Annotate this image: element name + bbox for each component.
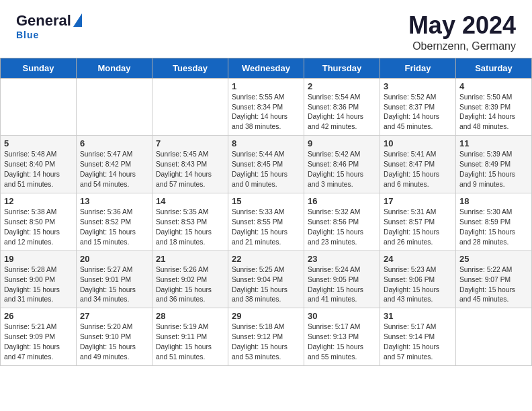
day-info: Sunrise: 5:23 AMSunset: 9:06 PMDaylight:… — [384, 266, 439, 304]
calendar-table: Sunday Monday Tuesday Wednesday Thursday… — [0, 58, 532, 366]
day-number: 30 — [308, 311, 376, 321]
day-info: Sunrise: 5:20 AMSunset: 9:10 PMDaylight:… — [80, 323, 136, 361]
day-info: Sunrise: 5:27 AMSunset: 9:01 PMDaylight:… — [80, 266, 136, 304]
day-number: 17 — [384, 196, 452, 206]
col-tuesday: Tuesday — [152, 58, 228, 78]
col-monday: Monday — [77, 58, 152, 78]
table-row: 22Sunrise: 5:25 AMSunset: 9:04 PMDayligh… — [228, 250, 304, 308]
day-number: 14 — [156, 196, 224, 206]
day-number: 27 — [80, 311, 148, 321]
table-row: 4Sunrise: 5:50 AMSunset: 8:39 PMDaylight… — [456, 78, 532, 136]
calendar-header-row: Sunday Monday Tuesday Wednesday Thursday… — [1, 58, 532, 78]
day-info: Sunrise: 5:18 AMSunset: 9:12 PMDaylight:… — [232, 323, 287, 361]
table-row: 20Sunrise: 5:27 AMSunset: 9:01 PMDayligh… — [77, 250, 152, 308]
table-row: 14Sunrise: 5:35 AMSunset: 8:53 PMDayligh… — [152, 193, 228, 250]
day-info: Sunrise: 5:36 AMSunset: 8:52 PMDaylight:… — [80, 208, 136, 246]
table-row: 29Sunrise: 5:18 AMSunset: 9:12 PMDayligh… — [228, 308, 304, 366]
day-number: 1 — [232, 81, 300, 91]
day-number: 19 — [4, 254, 73, 264]
day-number: 23 — [308, 254, 376, 264]
col-friday: Friday — [380, 58, 456, 78]
day-info: Sunrise: 5:28 AMSunset: 9:00 PMDaylight:… — [4, 266, 60, 304]
day-number: 7 — [156, 138, 224, 148]
table-row: 27Sunrise: 5:20 AMSunset: 9:10 PMDayligh… — [77, 308, 152, 366]
table-row: 23Sunrise: 5:24 AMSunset: 9:05 PMDayligh… — [304, 250, 380, 308]
table-row: 15Sunrise: 5:33 AMSunset: 8:55 PMDayligh… — [228, 193, 304, 250]
day-info: Sunrise: 5:17 AMSunset: 9:14 PMDaylight:… — [384, 323, 439, 361]
calendar-week-row: 12Sunrise: 5:38 AMSunset: 8:50 PMDayligh… — [1, 193, 532, 250]
day-number: 24 — [384, 254, 452, 264]
day-info: Sunrise: 5:55 AMSunset: 8:34 PMDaylight:… — [232, 93, 287, 131]
header: General Blue May 2024 Obernzenn, Germany — [0, 0, 532, 58]
day-info: Sunrise: 5:47 AMSunset: 8:42 PMDaylight:… — [80, 150, 136, 188]
day-info: Sunrise: 5:19 AMSunset: 9:11 PMDaylight:… — [156, 323, 212, 361]
calendar-week-row: 1Sunrise: 5:55 AMSunset: 8:34 PMDaylight… — [1, 78, 532, 136]
day-number: 8 — [232, 138, 300, 148]
day-info: Sunrise: 5:42 AMSunset: 8:46 PMDaylight:… — [308, 150, 363, 188]
table-row: 5Sunrise: 5:48 AMSunset: 8:40 PMDaylight… — [1, 136, 77, 193]
calendar-week-row: 26Sunrise: 5:21 AMSunset: 9:09 PMDayligh… — [1, 308, 532, 366]
table-row: 1Sunrise: 5:55 AMSunset: 8:34 PMDaylight… — [228, 78, 304, 136]
table-row: 10Sunrise: 5:41 AMSunset: 8:47 PMDayligh… — [380, 136, 456, 193]
day-info: Sunrise: 5:30 AMSunset: 8:59 PMDaylight:… — [459, 208, 515, 246]
table-row: 17Sunrise: 5:31 AMSunset: 8:57 PMDayligh… — [380, 193, 456, 250]
day-info: Sunrise: 5:44 AMSunset: 8:45 PMDaylight:… — [232, 150, 287, 188]
day-number: 16 — [308, 196, 376, 206]
table-row: 3Sunrise: 5:52 AMSunset: 8:37 PMDaylight… — [380, 78, 456, 136]
day-number: 20 — [80, 254, 148, 264]
location: Obernzenn, Germany — [408, 40, 516, 52]
table-row: 6Sunrise: 5:47 AMSunset: 8:42 PMDaylight… — [77, 136, 152, 193]
day-number: 22 — [232, 254, 300, 264]
logo: General Blue — [16, 12, 82, 40]
day-number: 5 — [4, 138, 73, 148]
title-block: May 2024 Obernzenn, Germany — [408, 12, 516, 52]
table-row: 18Sunrise: 5:30 AMSunset: 8:59 PMDayligh… — [456, 193, 532, 250]
col-saturday: Saturday — [456, 58, 532, 78]
day-info: Sunrise: 5:41 AMSunset: 8:47 PMDaylight:… — [384, 150, 439, 188]
table-row: 19Sunrise: 5:28 AMSunset: 9:00 PMDayligh… — [1, 250, 77, 308]
day-info: Sunrise: 5:24 AMSunset: 9:05 PMDaylight:… — [308, 266, 363, 304]
table-row: 28Sunrise: 5:19 AMSunset: 9:11 PMDayligh… — [152, 308, 228, 366]
day-number: 4 — [459, 81, 528, 91]
day-info: Sunrise: 5:50 AMSunset: 8:39 PMDaylight:… — [459, 93, 515, 131]
table-row: 12Sunrise: 5:38 AMSunset: 8:50 PMDayligh… — [1, 193, 77, 250]
day-number: 29 — [232, 311, 300, 321]
col-wednesday: Wednesday — [228, 58, 304, 78]
table-row: 8Sunrise: 5:44 AMSunset: 8:45 PMDaylight… — [228, 136, 304, 193]
table-row: 9Sunrise: 5:42 AMSunset: 8:46 PMDaylight… — [304, 136, 380, 193]
table-row — [1, 78, 77, 136]
table-row: 11Sunrise: 5:39 AMSunset: 8:49 PMDayligh… — [456, 136, 532, 193]
day-number: 26 — [4, 311, 73, 321]
table-row: 2Sunrise: 5:54 AMSunset: 8:36 PMDaylight… — [304, 78, 380, 136]
table-row: 25Sunrise: 5:22 AMSunset: 9:07 PMDayligh… — [456, 250, 532, 308]
day-number: 15 — [232, 196, 300, 206]
day-info: Sunrise: 5:48 AMSunset: 8:40 PMDaylight:… — [4, 150, 60, 188]
table-row — [152, 78, 228, 136]
day-number: 2 — [308, 81, 376, 91]
day-number: 9 — [308, 138, 376, 148]
col-thursday: Thursday — [304, 58, 380, 78]
table-row — [77, 78, 152, 136]
day-number: 13 — [80, 196, 148, 206]
table-row — [456, 308, 532, 366]
day-info: Sunrise: 5:32 AMSunset: 8:56 PMDaylight:… — [308, 208, 363, 246]
day-number: 6 — [80, 138, 148, 148]
day-info: Sunrise: 5:52 AMSunset: 8:37 PMDaylight:… — [384, 93, 439, 131]
day-info: Sunrise: 5:26 AMSunset: 9:02 PMDaylight:… — [156, 266, 212, 304]
table-row: 31Sunrise: 5:17 AMSunset: 9:14 PMDayligh… — [380, 308, 456, 366]
day-number: 10 — [384, 138, 452, 148]
table-row: 16Sunrise: 5:32 AMSunset: 8:56 PMDayligh… — [304, 193, 380, 250]
day-number: 11 — [459, 138, 528, 148]
col-sunday: Sunday — [1, 58, 77, 78]
day-info: Sunrise: 5:39 AMSunset: 8:49 PMDaylight:… — [459, 150, 515, 188]
table-row: 7Sunrise: 5:45 AMSunset: 8:43 PMDaylight… — [152, 136, 228, 193]
calendar-week-row: 19Sunrise: 5:28 AMSunset: 9:00 PMDayligh… — [1, 250, 532, 308]
table-row: 13Sunrise: 5:36 AMSunset: 8:52 PMDayligh… — [77, 193, 152, 250]
table-row: 26Sunrise: 5:21 AMSunset: 9:09 PMDayligh… — [1, 308, 77, 366]
day-number: 18 — [459, 196, 528, 206]
day-number: 3 — [384, 81, 452, 91]
table-row: 24Sunrise: 5:23 AMSunset: 9:06 PMDayligh… — [380, 250, 456, 308]
day-info: Sunrise: 5:25 AMSunset: 9:04 PMDaylight:… — [232, 266, 287, 304]
day-number: 28 — [156, 311, 224, 321]
logo-triangle-icon — [73, 13, 82, 27]
